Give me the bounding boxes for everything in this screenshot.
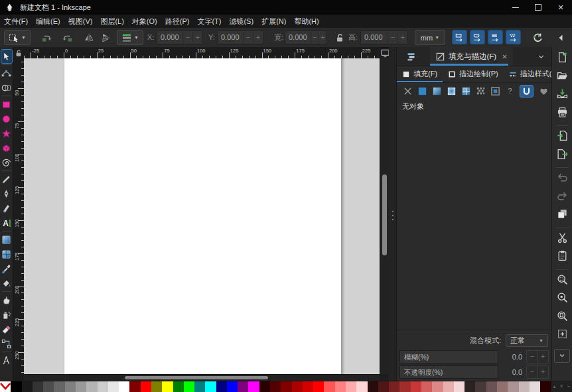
swatch-280b0b[interactable] (368, 381, 378, 392)
swatch-800000[interactable] (129, 381, 140, 392)
swatch-d35f5f[interactable] (421, 381, 432, 392)
swatch-2b0000[interactable] (259, 381, 270, 392)
swatch-ffaaaa[interactable] (346, 381, 356, 392)
rectangle-tool[interactable] (0, 97, 13, 111)
canvas[interactable] (24, 58, 380, 374)
unit-select[interactable]: mm ▼ (415, 30, 445, 45)
fill-type-radial-button[interactable] (447, 86, 457, 96)
blend-mode-select[interactable]: 正常 ▼ (506, 334, 548, 347)
calligraphy-tool[interactable] (0, 201, 13, 216)
horizontal-scrollbar-thumb[interactable] (125, 376, 268, 379)
swatch-6c5353[interactable] (486, 381, 497, 392)
dialog-close-button[interactable]: ✕ (502, 53, 507, 60)
toolbar-collapse-button[interactable] (555, 30, 567, 45)
mesh-tool[interactable] (0, 247, 13, 261)
palette-scroll-icon[interactable]: ▴ (553, 383, 556, 389)
y-input[interactable]: 0.000 − + (217, 31, 263, 44)
fill-rule-evenodd-button[interactable] (537, 85, 551, 98)
ruler-lock-button[interactable] (13, 47, 24, 59)
swatch-0000ff[interactable] (227, 381, 238, 392)
scale-corners-toggle[interactable] (470, 30, 485, 44)
swatch-550000[interactable] (270, 381, 281, 392)
menu-edit[interactable]: 编辑(E) (33, 15, 63, 28)
swatch-800080[interactable] (238, 381, 248, 392)
swatch-ff0000[interactable] (141, 381, 151, 392)
swatch-808080[interactable] (65, 381, 76, 392)
opacity-decrement-button[interactable]: − (527, 366, 538, 378)
swatch-782121[interactable] (389, 381, 399, 392)
tab-stroke-paint[interactable]: 描边绘制(P) (443, 66, 504, 82)
swatch-ff5555[interactable] (324, 381, 334, 392)
opacity-increment-button[interactable]: + (538, 366, 549, 378)
paint-bucket-tool[interactable] (0, 276, 13, 291)
swatch-c83737[interactable] (411, 381, 421, 392)
print-button[interactable] (556, 106, 569, 119)
objects-dialog-tab[interactable] (402, 50, 419, 63)
swatch-cccccc[interactable] (98, 381, 108, 392)
x-input[interactable]: 0.000 − + (157, 31, 203, 44)
redo-button[interactable] (556, 190, 569, 202)
swatch-808000[interactable] (151, 381, 162, 392)
swatch-483737[interactable] (475, 381, 486, 392)
lock-ratio-button[interactable] (334, 30, 346, 45)
width-increment-button[interactable]: + (319, 31, 326, 44)
swatch-2b0000[interactable] (540, 381, 551, 392)
spray-tool[interactable] (0, 307, 13, 322)
star-tool[interactable] (0, 126, 13, 141)
swatch-ff8080[interactable] (335, 381, 346, 392)
swatch-4d4d4d[interactable] (43, 381, 54, 392)
menu-help[interactable]: 帮助(H) (291, 15, 321, 28)
menu-filters[interactable]: 滤镜(S) (226, 15, 256, 28)
y-increment-button[interactable]: + (253, 31, 263, 44)
vertical-scrollbar[interactable] (380, 58, 390, 374)
swatch-c8b7b7[interactable] (519, 381, 530, 392)
opacity-value[interactable]: 0.0 (498, 365, 525, 379)
swatch-none[interactable] (0, 381, 11, 392)
copy-button[interactable] (556, 208, 569, 220)
save-button[interactable] (556, 88, 569, 100)
zoom-center-page-button[interactable] (556, 328, 569, 340)
swatch-2b2222[interactable] (465, 381, 475, 392)
swatch-d40000[interactable] (303, 381, 313, 392)
z-order-button[interactable]: ▼ (117, 30, 143, 45)
paste-button[interactable] (556, 249, 569, 262)
fill-type-mesh-button[interactable] (461, 86, 471, 96)
opacity-slider[interactable]: 不透明度(%) (399, 365, 498, 379)
x-increment-button[interactable]: + (192, 31, 202, 44)
shape-builder-tool[interactable] (0, 80, 13, 95)
swatch-916f6f[interactable] (497, 381, 508, 392)
dock-options-button[interactable] (535, 51, 547, 62)
swatch-ac9393[interactable] (508, 381, 518, 392)
blur-decrement-button[interactable]: − (527, 351, 538, 363)
fill-stroke-dialog-tab[interactable]: 填充与描边(F) ✕ (430, 47, 513, 66)
flip-horizontal-button[interactable] (81, 30, 97, 45)
undo-button[interactable] (556, 171, 569, 184)
swatch-e9afaf[interactable] (443, 381, 454, 392)
swatch-e3dbdb[interactable] (530, 381, 540, 392)
menu-file[interactable]: 文件(F) (1, 15, 31, 28)
menu-object[interactable]: 对象(O) (129, 15, 160, 28)
eraser-tool[interactable] (0, 322, 13, 336)
vertical-ruler[interactable]: 5075100125150175200225250 (13, 58, 25, 374)
swatch-ff00ff[interactable] (248, 381, 259, 392)
height-input[interactable]: 0.000 − + (360, 31, 408, 44)
swatch-501616[interactable] (378, 381, 389, 392)
blur-increment-button[interactable]: + (538, 351, 549, 363)
swatch-000080[interactable] (216, 381, 227, 392)
measure-tool[interactable] (0, 353, 13, 367)
height-decrement-button[interactable]: − (388, 31, 397, 44)
swatch-ff0000[interactable] (313, 381, 324, 392)
swatch-de8787[interactable] (432, 381, 443, 392)
fill-type-flat-button[interactable] (417, 86, 427, 96)
fill-type-none-button[interactable] (403, 86, 413, 96)
selector-tool[interactable] (1, 49, 13, 64)
width-decrement-button[interactable]: − (311, 31, 319, 44)
swatch-b3b3b3[interactable] (86, 381, 97, 392)
fill-type-pattern-button[interactable] (476, 86, 486, 96)
import-button[interactable] (556, 129, 569, 142)
zoom-page-button[interactable] (556, 310, 569, 322)
menu-layer[interactable]: 图层(L) (98, 15, 126, 28)
zoom-drawing-button[interactable] (556, 291, 569, 304)
menu-path[interactable]: 路径(P) (163, 15, 192, 28)
palette-menu-icon[interactable]: ≡ (567, 383, 571, 389)
